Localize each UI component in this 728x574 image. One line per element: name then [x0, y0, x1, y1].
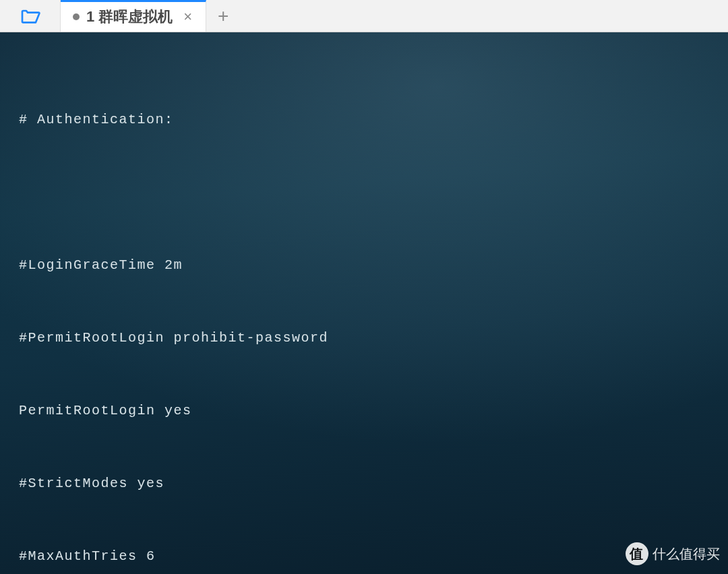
terminal-line — [19, 181, 728, 205]
terminal-line: #StrictModes yes — [19, 472, 728, 496]
tab-active[interactable]: 1 群晖虚拟机 × — [61, 0, 206, 32]
tab-bar: 1 群晖虚拟机 × + — [0, 0, 728, 32]
new-tab-button[interactable]: + — [206, 0, 240, 32]
watermark-text: 什么值得买 — [653, 542, 720, 566]
modified-dot-icon — [73, 13, 80, 20]
watermark: 值 什么值得买 — [626, 542, 720, 566]
terminal-line: # Authentication: — [19, 108, 728, 132]
terminal-line: PermitRootLogin yes — [19, 399, 728, 423]
terminal-line: #PermitRootLogin prohibit-password — [19, 326, 728, 350]
terminal-line: #LoginGraceTime 2m — [19, 253, 728, 278]
tab-label: 1 群晖虚拟机 — [86, 7, 173, 27]
watermark-badge-icon: 值 — [626, 542, 648, 565]
terminal-view[interactable]: # Authentication: #LoginGraceTime 2m #Pe… — [0, 32, 728, 574]
folder-open-icon — [20, 5, 41, 27]
open-folder-button[interactable] — [0, 0, 61, 32]
terminal-line: #MaxAuthTries 6 — [19, 544, 728, 569]
close-tab-button[interactable]: × — [181, 8, 195, 26]
